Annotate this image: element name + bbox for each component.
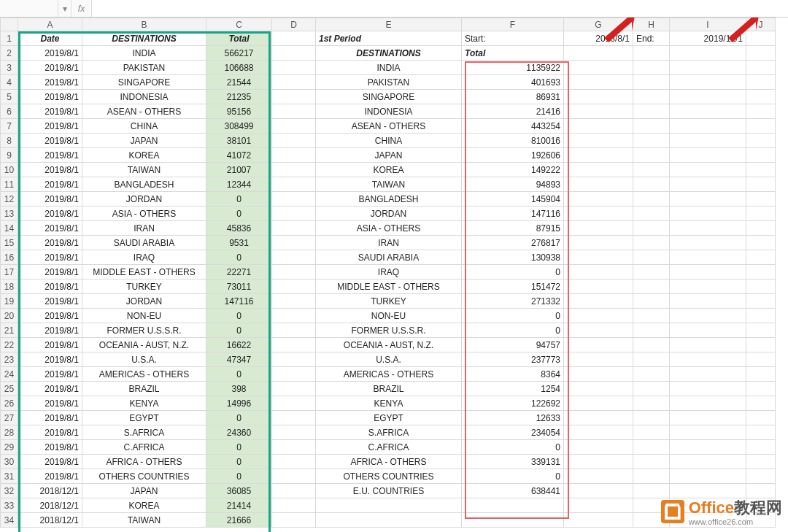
cell[interactable]: JORDAN — [316, 207, 462, 221]
cell[interactable] — [633, 46, 670, 61]
cell[interactable]: 0 — [462, 469, 564, 484]
cell[interactable] — [564, 294, 633, 309]
cell[interactable]: 0 — [206, 455, 272, 469]
cell[interactable] — [746, 367, 776, 382]
cell[interactable]: 398 — [206, 382, 272, 396]
cell[interactable]: 2019/8/1 — [18, 265, 82, 280]
cell[interactable] — [633, 455, 670, 469]
cell[interactable] — [633, 309, 670, 323]
cell[interactable]: 2019/8/1 — [18, 61, 82, 75]
cell[interactable] — [670, 440, 746, 455]
cell[interactable] — [272, 469, 316, 484]
row-header[interactable]: 7 — [1, 119, 18, 134]
cell[interactable] — [746, 352, 776, 367]
cell[interactable] — [633, 425, 670, 440]
cell[interactable]: 638441 — [462, 484, 564, 498]
cell[interactable]: KOREA — [82, 498, 206, 513]
cell[interactable]: 2018/8/1 — [564, 31, 633, 46]
cell[interactable] — [272, 177, 316, 192]
cell[interactable]: DESTINATIONS — [316, 46, 462, 61]
cell[interactable] — [564, 61, 633, 75]
cell[interactable] — [670, 221, 746, 236]
cell[interactable] — [633, 148, 670, 163]
row-header[interactable]: 26 — [1, 396, 18, 411]
cell[interactable]: TAIWAN — [316, 177, 462, 192]
cell[interactable] — [564, 338, 633, 352]
cell[interactable]: S.AFRICA — [82, 425, 206, 440]
cell[interactable] — [746, 134, 776, 148]
cell[interactable]: 0 — [206, 469, 272, 484]
cell[interactable]: End: — [633, 31, 670, 46]
row-header[interactable]: 4 — [1, 75, 18, 90]
cell[interactable]: 22271 — [206, 265, 272, 280]
cell[interactable] — [633, 294, 670, 309]
cell[interactable]: 21007 — [206, 163, 272, 177]
cell[interactable] — [564, 265, 633, 280]
cell[interactable] — [746, 396, 776, 411]
cell[interactable] — [670, 352, 746, 367]
cell[interactable] — [670, 163, 746, 177]
cell[interactable]: 2019/8/1 — [18, 221, 82, 236]
cell[interactable] — [272, 250, 316, 265]
cell[interactable]: 38101 — [206, 134, 272, 148]
cell[interactable]: 21666 — [206, 513, 272, 528]
cell[interactable]: ASIA - OTHERS — [82, 207, 206, 221]
cell[interactable]: 2019/8/1 — [18, 411, 82, 425]
cell[interactable] — [670, 396, 746, 411]
row-header[interactable]: 17 — [1, 265, 18, 280]
cell[interactable]: 234054 — [462, 425, 564, 440]
cell[interactable] — [564, 104, 633, 119]
cell[interactable]: 0 — [206, 367, 272, 382]
cell[interactable]: 106688 — [206, 61, 272, 75]
cell[interactable]: 339131 — [462, 455, 564, 469]
cell[interactable]: 86931 — [462, 90, 564, 104]
cell[interactable]: TURKEY — [82, 280, 206, 294]
cell[interactable]: U.S.A. — [82, 352, 206, 367]
row-header[interactable]: 5 — [1, 90, 18, 104]
row-header[interactable]: 2 — [1, 46, 18, 61]
col-header[interactable]: G — [564, 18, 633, 31]
cell[interactable]: ASIA - OTHERS — [316, 221, 462, 236]
cell[interactable] — [746, 440, 776, 455]
cell[interactable] — [564, 484, 633, 498]
cell[interactable]: 2019/8/1 — [18, 280, 82, 294]
cell[interactable] — [746, 425, 776, 440]
cell[interactable]: 271332 — [462, 294, 564, 309]
cell[interactable]: 237773 — [462, 352, 564, 367]
cell[interactable]: 0 — [462, 440, 564, 455]
cell[interactable] — [633, 221, 670, 236]
cell[interactable] — [272, 411, 316, 425]
cell[interactable] — [746, 250, 776, 265]
cell[interactable] — [670, 61, 746, 75]
cell[interactable] — [272, 265, 316, 280]
cell[interactable]: AFRICA - OTHERS — [82, 455, 206, 469]
row-header[interactable]: 14 — [1, 221, 18, 236]
row-header[interactable]: 8 — [1, 134, 18, 148]
cell[interactable] — [316, 513, 462, 528]
cell[interactable]: INDIA — [82, 46, 206, 61]
cell[interactable] — [670, 236, 746, 250]
cell[interactable] — [272, 119, 316, 134]
cell[interactable] — [564, 119, 633, 134]
cell[interactable]: Start: — [462, 31, 564, 46]
cell[interactable] — [272, 134, 316, 148]
cell[interactable] — [746, 46, 776, 61]
cell[interactable] — [272, 294, 316, 309]
cell[interactable]: 2019/8/1 — [18, 396, 82, 411]
cell[interactable] — [272, 367, 316, 382]
col-header[interactable]: F — [462, 18, 564, 31]
cell[interactable]: Total — [462, 46, 564, 61]
cell[interactable] — [746, 163, 776, 177]
row-header[interactable]: 31 — [1, 469, 18, 484]
cell[interactable]: 95156 — [206, 104, 272, 119]
row-header[interactable]: 30 — [1, 455, 18, 469]
cell[interactable]: KENYA — [316, 396, 462, 411]
row-header[interactable]: 21 — [1, 323, 18, 338]
cell[interactable]: 2019/8/1 — [18, 323, 82, 338]
cell[interactable] — [633, 411, 670, 425]
cell[interactable]: 810016 — [462, 134, 564, 148]
cell[interactable] — [564, 396, 633, 411]
cell[interactable] — [670, 411, 746, 425]
cell[interactable] — [746, 221, 776, 236]
cell[interactable]: JAPAN — [82, 484, 206, 498]
